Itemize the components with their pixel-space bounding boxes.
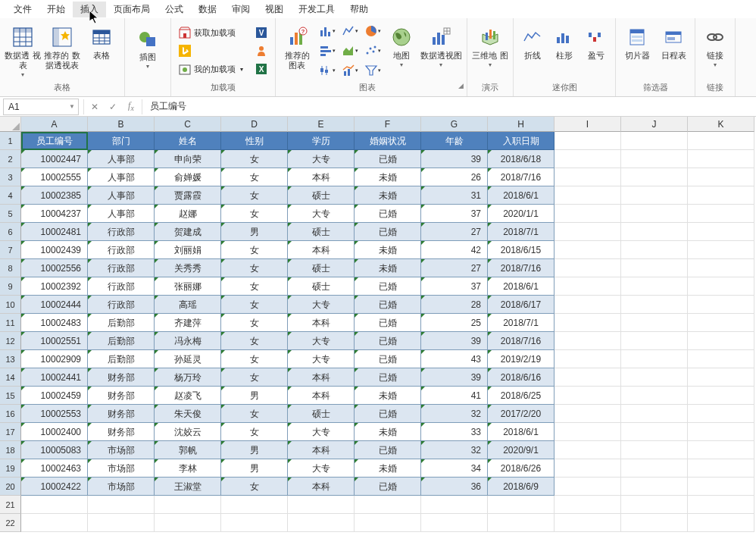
cell[interactable]: 2019/2/19 (488, 350, 555, 368)
cell[interactable] (621, 132, 688, 150)
cell[interactable] (688, 277, 754, 296)
cell[interactable]: 已婚 (355, 478, 421, 496)
cell[interactable] (688, 314, 754, 332)
cell[interactable]: 女 (221, 150, 288, 168)
row-header[interactable]: 18 (0, 441, 21, 459)
cell[interactable]: 10002483 (21, 314, 88, 332)
cell[interactable] (555, 186, 621, 205)
visio-button[interactable]: V (252, 24, 270, 41)
cell[interactable] (21, 514, 88, 532)
cell[interactable]: 27 (421, 223, 488, 241)
row-header[interactable]: 6 (0, 223, 21, 241)
cell[interactable]: 10002555 (21, 168, 88, 186)
cell[interactable]: 李林 (155, 459, 221, 478)
menu-公式[interactable]: 公式 (158, 2, 191, 17)
row-header[interactable]: 1 (0, 132, 21, 150)
cell[interactable] (621, 186, 688, 205)
cell[interactable]: 员工编号 (21, 132, 88, 150)
cell[interactable] (555, 478, 621, 496)
cell[interactable] (688, 478, 754, 496)
cell[interactable] (621, 332, 688, 350)
my-addins-button[interactable]: 我的加载项▾ (176, 61, 246, 77)
col-header-E[interactable]: E (288, 117, 355, 132)
cell[interactable]: 男 (221, 223, 288, 241)
col-header-B[interactable]: B (88, 117, 155, 132)
cell[interactable]: 2018/7/16 (488, 168, 555, 186)
cell[interactable]: 27 (421, 259, 488, 277)
sparkline-column-button[interactable]: 柱形 (550, 22, 579, 80)
cell[interactable] (621, 150, 688, 168)
row-header[interactable]: 17 (0, 423, 21, 441)
cell[interactable]: 赵凌飞 (155, 387, 221, 405)
cell[interactable] (621, 478, 688, 496)
cell[interactable] (355, 514, 421, 532)
col-header-D[interactable]: D (221, 117, 288, 132)
cell[interactable]: 婚姻状况 (355, 132, 421, 150)
row-header[interactable]: 11 (0, 314, 21, 332)
cell[interactable]: 赵娜 (155, 205, 221, 223)
col-header-A[interactable]: A (21, 117, 88, 132)
cell[interactable] (688, 423, 754, 441)
cell[interactable]: 行政部 (88, 277, 155, 296)
cell[interactable]: 孙延灵 (155, 350, 221, 368)
cell[interactable]: 2018/6/9 (488, 478, 555, 496)
cell[interactable] (621, 205, 688, 223)
cell[interactable]: 10002422 (21, 478, 88, 496)
cell[interactable]: 市场部 (88, 478, 155, 496)
sparkline-line-button[interactable]: 折线 (518, 22, 547, 80)
cell[interactable]: 大专 (288, 205, 355, 223)
cell[interactable] (621, 368, 688, 387)
cell[interactable]: 贺建成 (155, 223, 221, 241)
map-chart-button[interactable]: 地图▾ (386, 22, 417, 80)
cell[interactable]: 俞婵媛 (155, 168, 221, 186)
cell[interactable]: 10002400 (21, 423, 88, 441)
row-header[interactable]: 8 (0, 259, 21, 277)
cell[interactable]: 已婚 (355, 368, 421, 387)
cell[interactable]: 已婚 (355, 441, 421, 459)
cell[interactable]: 10002551 (21, 332, 88, 350)
col-header-C[interactable]: C (155, 117, 221, 132)
cell[interactable] (88, 514, 155, 532)
cell[interactable]: 人事部 (88, 186, 155, 205)
cell[interactable]: 硕士 (288, 186, 355, 205)
cell[interactable]: 10002459 (21, 387, 88, 405)
menu-文件[interactable]: 文件 (6, 2, 39, 17)
cell[interactable]: 女 (221, 478, 288, 496)
cell[interactable] (355, 496, 421, 514)
cell[interactable] (555, 277, 621, 296)
cell[interactable]: 大专 (288, 332, 355, 350)
col-header-F[interactable]: F (355, 117, 421, 132)
3d-map-button[interactable]: 三维地 图▾ (472, 22, 508, 80)
cell[interactable]: 大专 (288, 350, 355, 368)
cell[interactable]: 财务部 (88, 423, 155, 441)
stock-chart-button[interactable]: ▾ (317, 61, 338, 80)
cell[interactable]: 31 (421, 186, 488, 205)
cell[interactable]: 2018/6/15 (488, 241, 555, 259)
cell[interactable]: 学历 (288, 132, 355, 150)
bar-chart-button[interactable]: ▾ (317, 42, 338, 60)
menu-审阅[interactable]: 审阅 (224, 2, 258, 17)
row-header[interactable]: 2 (0, 150, 21, 168)
cell[interactable]: 32 (421, 441, 488, 459)
timeline-button[interactable]: 日程表 (657, 22, 690, 80)
row-header[interactable]: 4 (0, 186, 21, 205)
cell[interactable]: 已婚 (355, 277, 421, 296)
cell[interactable]: 财务部 (88, 387, 155, 405)
cell[interactable]: 入职日期 (488, 132, 555, 150)
cell[interactable] (688, 496, 754, 514)
menu-开发工具[interactable]: 开发工具 (291, 2, 342, 17)
cell[interactable] (221, 496, 288, 514)
cell[interactable]: 张丽娜 (155, 277, 221, 296)
cell[interactable]: 大专 (288, 423, 355, 441)
cell[interactable] (555, 423, 621, 441)
cell[interactable]: 10002556 (21, 259, 88, 277)
cell[interactable] (688, 387, 754, 405)
row-header[interactable]: 7 (0, 241, 21, 259)
cell[interactable]: 女 (221, 205, 288, 223)
menu-视图[interactable]: 视图 (258, 2, 291, 17)
column-chart-button[interactable]: ▾ (317, 22, 338, 40)
cell[interactable]: 10002392 (21, 277, 88, 296)
cell[interactable] (221, 514, 288, 532)
cell[interactable]: 人事部 (88, 150, 155, 168)
cell[interactable] (621, 496, 688, 514)
